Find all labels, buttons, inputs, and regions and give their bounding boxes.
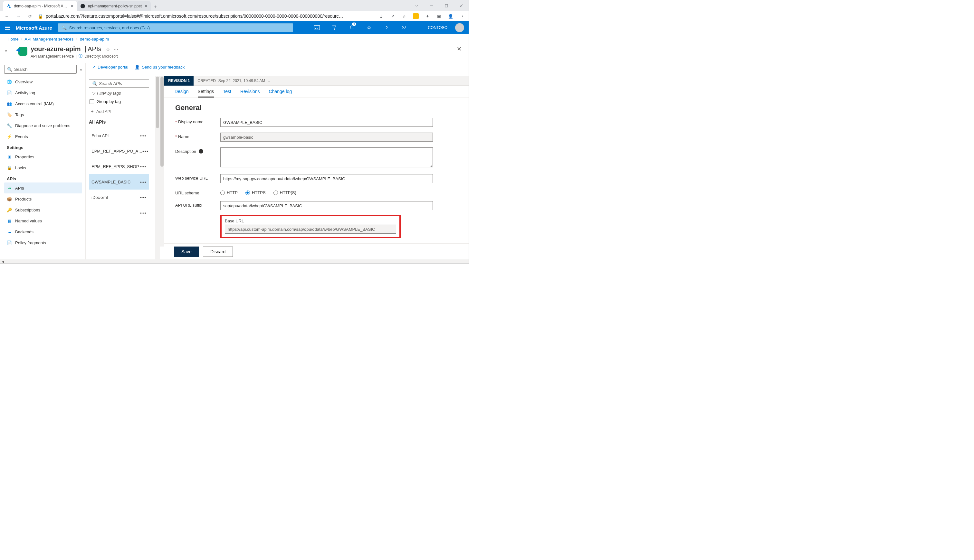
bookmark-star-icon[interactable]: ☆ (400, 12, 408, 20)
breadcrumb-home[interactable]: Home (7, 37, 19, 42)
tab-test[interactable]: Test (223, 89, 231, 98)
info-icon[interactable]: i (199, 149, 203, 153)
nav-products[interactable]: 📦Products (4, 193, 82, 204)
nav-backends[interactable]: ☁Backends (4, 226, 82, 237)
nav-apis[interactable]: ➜APIs (4, 182, 82, 193)
input-description[interactable] (220, 147, 433, 167)
window-maximize-icon[interactable] (439, 0, 454, 11)
new-tab-button[interactable]: ＋ (151, 2, 160, 11)
global-search-input[interactable] (69, 25, 289, 30)
plus-icon: ＋ (90, 108, 94, 114)
discard-button[interactable]: Discard (203, 247, 233, 257)
svg-rect-3 (314, 26, 320, 30)
revision-created[interactable]: CREATED Sep 22, 2021, 10:49:54 AM ⌄ (194, 78, 274, 83)
api-item-echo[interactable]: Echo API••• (89, 128, 149, 143)
window-minimize-icon[interactable] (424, 0, 439, 11)
nav-reload-icon[interactable]: ⟳ (26, 12, 34, 20)
tab-search-icon[interactable] (409, 0, 424, 11)
api-item-idoc[interactable]: iDoc-xml••• (89, 190, 149, 205)
breadcrumb-resource[interactable]: demo-sap-apim (80, 37, 109, 42)
collapse-nav-icon[interactable]: « (80, 67, 82, 72)
more-actions-icon[interactable]: ⋯ (114, 46, 119, 52)
save-button[interactable]: Save (174, 247, 199, 257)
scroll-left-icon[interactable]: ◀ (0, 259, 5, 263)
input-display-name[interactable] (220, 118, 433, 127)
item-menu-icon[interactable]: ••• (142, 149, 149, 153)
profile-icon[interactable]: 👤 (447, 12, 454, 20)
nav-back-icon[interactable]: ← (3, 12, 11, 20)
api-item-more[interactable]: ••• (89, 205, 149, 220)
portal-menu-icon[interactable] (5, 26, 10, 30)
api-item-epm-shop[interactable]: EPM_REF_APPS_SHOP••• (89, 159, 149, 174)
api-list-scrollbar[interactable] (155, 76, 160, 259)
browser-menu-icon[interactable]: ⋮ (458, 12, 466, 20)
item-menu-icon[interactable]: ••• (140, 133, 147, 138)
tab-revisions[interactable]: Revisions (240, 89, 260, 98)
blade-close-icon[interactable]: ✕ (457, 45, 461, 52)
extensions-puzzle-icon[interactable]: ✦ (424, 12, 431, 20)
horizontal-scrollbar[interactable]: ◀ (0, 259, 469, 263)
nav-activity-log[interactable]: 📄Activity log (4, 87, 82, 98)
input-web-url[interactable] (220, 174, 433, 183)
add-api-button[interactable]: ＋Add API (89, 108, 149, 114)
notifications-icon[interactable]: 1 (346, 21, 358, 34)
radio-http[interactable]: HTTP (220, 190, 238, 195)
radio-http-s[interactable]: HTTP(S) (274, 190, 296, 195)
radio-https[interactable]: HTTPS (246, 190, 266, 195)
svg-rect-2 (445, 5, 448, 7)
nav-overview[interactable]: 🌐Overview (4, 76, 82, 87)
install-app-icon[interactable]: ⤓ (377, 12, 385, 20)
api-filter-tags[interactable]: ▽Filter by tags (89, 89, 149, 97)
cloud-shell-icon[interactable] (311, 21, 323, 34)
api-item-epm-po[interactable]: EPM_REF_APPS_PO_A…••• (89, 143, 149, 159)
nav-locks[interactable]: 🔒Locks (4, 162, 82, 173)
nav-policy-fragments[interactable]: 📄Policy fragments (4, 237, 82, 248)
input-suffix[interactable] (220, 201, 433, 210)
tab-design[interactable]: Design (175, 89, 189, 98)
tenant-label[interactable]: CONTOSO (428, 25, 448, 30)
api-item-gwsample[interactable]: GWSAMPLE_BASIC••• (89, 174, 149, 190)
side-panel-icon[interactable]: ▣ (435, 12, 443, 20)
expand-menu-icon[interactable]: » (5, 48, 7, 53)
nav-tags[interactable]: 🏷️Tags (4, 109, 82, 120)
nav-iam[interactable]: 👥Access control (IAM) (4, 98, 82, 109)
directory-filter-icon[interactable] (329, 21, 340, 34)
close-icon[interactable]: ✕ (144, 4, 147, 8)
url-field[interactable]: 🔒 portal.azure.com/?feature.customportal… (38, 13, 373, 19)
browser-tab-1[interactable]: api-management-policy-snippet ✕ (77, 1, 151, 11)
item-menu-icon[interactable]: ••• (140, 210, 147, 215)
developer-portal-link[interactable]: ↗Developer portal (92, 65, 128, 70)
nav-properties[interactable]: ⊞Properties (4, 151, 82, 162)
nav-events[interactable]: ⚡Events (4, 131, 82, 142)
share-icon[interactable]: ↗ (389, 12, 396, 20)
nav-diagnose[interactable]: 🔧Diagnose and solve problems (4, 120, 82, 131)
send-feedback-link[interactable]: 👤Send us your feedback (135, 65, 185, 70)
nav-named-values[interactable]: ▦Named values (4, 215, 82, 226)
breadcrumb-apim[interactable]: API Management services (25, 37, 74, 42)
pin-star-icon[interactable]: ☆ (106, 46, 110, 52)
help-icon[interactable]: ? (381, 21, 392, 34)
api-search[interactable]: 🔍Search APIs (89, 79, 149, 88)
nav-search[interactable]: 🔍 Search (4, 65, 77, 74)
tab-changelog[interactable]: Change log (269, 89, 292, 98)
settings-gear-icon[interactable]: ⚙ (363, 21, 375, 34)
user-avatar[interactable] (455, 23, 464, 32)
feedback-icon[interactable] (398, 21, 410, 34)
extension-icon[interactable] (412, 12, 420, 20)
nav-subscriptions[interactable]: 🔑Subscriptions (4, 204, 82, 215)
browser-tab-0[interactable]: demo-sap-apim - Microsoft Azur ✕ (3, 1, 77, 11)
brand-label[interactable]: Microsoft Azure (16, 25, 52, 30)
detail-scrollbar[interactable] (160, 76, 164, 247)
global-search[interactable]: 🔍 (58, 23, 293, 32)
tab-settings[interactable]: Settings (198, 89, 214, 98)
item-menu-icon[interactable]: ••• (140, 180, 147, 184)
all-apis-heading[interactable]: All APIs (89, 119, 149, 125)
info-icon[interactable]: ⓘ (79, 53, 82, 59)
revision-tag[interactable]: REVISION 1 (164, 76, 194, 86)
close-icon[interactable]: ✕ (70, 4, 74, 8)
item-menu-icon[interactable]: ••• (140, 164, 147, 169)
group-by-tag-checkbox[interactable]: Group by tag (90, 99, 149, 104)
input-name (220, 133, 433, 142)
window-close-icon[interactable] (454, 0, 469, 11)
item-menu-icon[interactable]: ••• (140, 195, 147, 200)
